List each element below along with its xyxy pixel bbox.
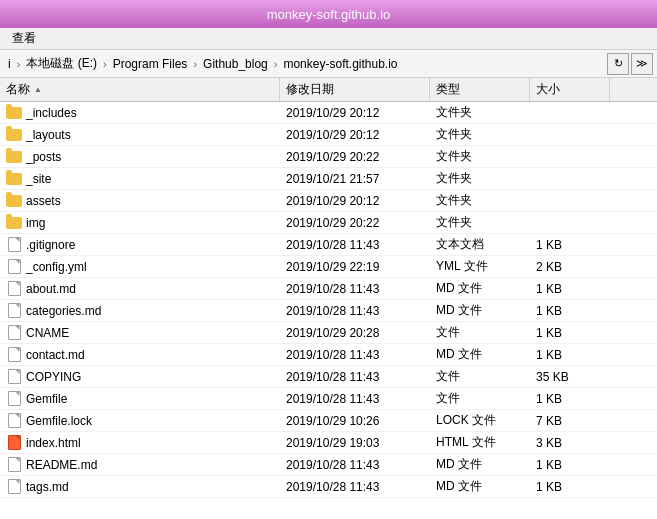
file-size: 3 KB [530, 432, 610, 453]
file-icon [6, 435, 22, 451]
file-icon [6, 347, 22, 363]
file-icon [6, 413, 22, 429]
file-size: 2 KB [530, 256, 610, 277]
file-size: 1 KB [530, 388, 610, 409]
file-type: HTML 文件 [430, 432, 530, 453]
file-type: 文件夹 [430, 146, 530, 167]
table-row[interactable]: Gemfile.lock 2019/10/29 10:26 LOCK 文件 7 … [0, 410, 657, 432]
file-size [530, 190, 610, 211]
address-actions: ↻ ≫ [607, 53, 653, 75]
file-name: _layouts [26, 128, 71, 142]
file-type: MD 文件 [430, 454, 530, 475]
file-modified: 2019/10/28 11:43 [280, 388, 430, 409]
file-name: _config.yml [26, 260, 87, 274]
file-type: MD 文件 [430, 300, 530, 321]
table-row[interactable]: README.md 2019/10/28 11:43 MD 文件 1 KB [0, 454, 657, 476]
file-icon [6, 171, 22, 187]
breadcrumb-program-files[interactable]: Program Files [109, 56, 192, 72]
more-button[interactable]: ≫ [631, 53, 653, 75]
file-size: 1 KB [530, 234, 610, 255]
menu-bar: 查看 [0, 28, 657, 50]
file-icon [6, 105, 22, 121]
file-size [530, 124, 610, 145]
file-name: categories.md [26, 304, 101, 318]
table-row[interactable]: .gitignore 2019/10/28 11:43 文本文档 1 KB [0, 234, 657, 256]
table-row[interactable]: tags.md 2019/10/28 11:43 MD 文件 1 KB [0, 476, 657, 498]
file-modified: 2019/10/29 20:28 [280, 322, 430, 343]
file-name: assets [26, 194, 61, 208]
file-size: 1 KB [530, 322, 610, 343]
table-row[interactable]: img 2019/10/29 20:22 文件夹 [0, 212, 657, 234]
table-row[interactable]: _includes 2019/10/29 20:12 文件夹 [0, 102, 657, 124]
file-modified: 2019/10/29 19:03 [280, 432, 430, 453]
file-name-cell: _posts [0, 146, 280, 167]
file-name-cell: COPYING [0, 366, 280, 387]
breadcrumb-i[interactable]: i [4, 56, 15, 72]
refresh-button[interactable]: ↻ [607, 53, 629, 75]
table-row[interactable]: categories.md 2019/10/28 11:43 MD 文件 1 K… [0, 300, 657, 322]
menu-view[interactable]: 查看 [4, 28, 44, 49]
table-row[interactable]: about.md 2019/10/28 11:43 MD 文件 1 KB [0, 278, 657, 300]
file-size: 1 KB [530, 278, 610, 299]
table-row[interactable]: _posts 2019/10/29 20:22 文件夹 [0, 146, 657, 168]
file-modified: 2019/10/28 11:43 [280, 454, 430, 475]
file-modified: 2019/10/28 11:43 [280, 234, 430, 255]
file-modified: 2019/10/29 20:12 [280, 124, 430, 145]
table-row[interactable]: _config.yml 2019/10/29 22:19 YML 文件 2 KB [0, 256, 657, 278]
file-icon [6, 193, 22, 209]
file-type: 文件 [430, 366, 530, 387]
file-type: 文件夹 [430, 212, 530, 233]
window-title: monkey-soft.github.io [267, 7, 391, 22]
file-size [530, 146, 610, 167]
table-row[interactable]: contact.md 2019/10/28 11:43 MD 文件 1 KB [0, 344, 657, 366]
table-row[interactable]: Gemfile 2019/10/28 11:43 文件 1 KB [0, 388, 657, 410]
file-modified: 2019/10/28 11:43 [280, 278, 430, 299]
file-name: index.html [26, 436, 81, 450]
file-size: 1 KB [530, 300, 610, 321]
table-row[interactable]: index.html 2019/10/29 19:03 HTML 文件 3 KB [0, 432, 657, 454]
file-icon [6, 369, 22, 385]
breadcrumb: i › 本地磁盘 (E:) › Program Files › Github_b… [4, 54, 402, 73]
file-name-cell: tags.md [0, 476, 280, 497]
file-name-cell: _config.yml [0, 256, 280, 277]
file-type: 文件夹 [430, 102, 530, 123]
table-row[interactable]: assets 2019/10/29 20:12 文件夹 [0, 190, 657, 212]
file-size: 1 KB [530, 344, 610, 365]
file-list-container[interactable]: 名称 ▲ 修改日期 类型 大小 _includes 2019/10/29 20:… [0, 78, 657, 498]
file-size: 35 KB [530, 366, 610, 387]
file-icon [6, 215, 22, 231]
file-modified: 2019/10/28 11:43 [280, 300, 430, 321]
file-type: 文件夹 [430, 124, 530, 145]
file-type: 文件夹 [430, 168, 530, 189]
file-size: 7 KB [530, 410, 610, 431]
file-modified: 2019/10/29 20:12 [280, 102, 430, 123]
col-modified[interactable]: 修改日期 [280, 78, 430, 101]
file-modified: 2019/10/29 10:26 [280, 410, 430, 431]
table-row[interactable]: _layouts 2019/10/29 20:12 文件夹 [0, 124, 657, 146]
file-name-cell: .gitignore [0, 234, 280, 255]
file-type: 文件夹 [430, 190, 530, 211]
breadcrumb-local-disk[interactable]: 本地磁盘 (E:) [22, 54, 101, 73]
file-icon [6, 237, 22, 253]
file-name-cell: Gemfile.lock [0, 410, 280, 431]
table-row[interactable]: COPYING 2019/10/28 11:43 文件 35 KB [0, 366, 657, 388]
table-row[interactable]: CNAME 2019/10/29 20:28 文件 1 KB [0, 322, 657, 344]
col-size[interactable]: 大小 [530, 78, 610, 101]
breadcrumb-current[interactable]: monkey-soft.github.io [279, 56, 401, 72]
file-modified: 2019/10/28 11:43 [280, 366, 430, 387]
col-name[interactable]: 名称 ▲ [0, 78, 280, 101]
file-icon [6, 391, 22, 407]
file-icon [6, 479, 22, 495]
file-name-cell: index.html [0, 432, 280, 453]
file-size: 1 KB [530, 454, 610, 475]
file-name-cell: _site [0, 168, 280, 189]
file-name-cell: img [0, 212, 280, 233]
file-modified: 2019/10/29 20:22 [280, 212, 430, 233]
table-row[interactable]: _site 2019/10/21 21:57 文件夹 [0, 168, 657, 190]
col-type[interactable]: 类型 [430, 78, 530, 101]
breadcrumb-github-blog[interactable]: Github_blog [199, 56, 272, 72]
file-name: Gemfile.lock [26, 414, 92, 428]
file-type: YML 文件 [430, 256, 530, 277]
file-name-cell: categories.md [0, 300, 280, 321]
file-type: MD 文件 [430, 344, 530, 365]
